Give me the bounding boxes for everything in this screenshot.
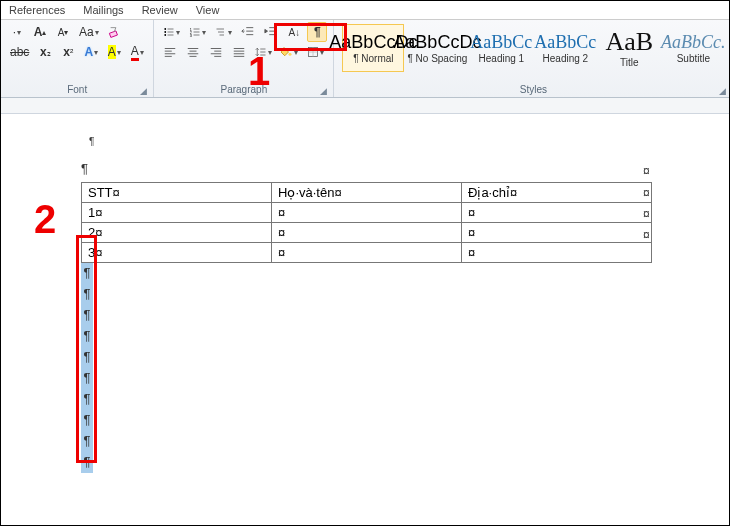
table-cell[interactable]: ¤ — [272, 243, 462, 263]
table-row[interactable]: 3¤ ¤ ¤ — [82, 243, 652, 263]
svg-rect-0 — [109, 31, 117, 38]
multilevel-icon — [215, 25, 227, 39]
tab-references[interactable]: References — [9, 4, 65, 16]
paragraph-mark: ¶ — [81, 284, 93, 305]
paragraph-mark: ¶ — [89, 136, 729, 147]
styles-gallery[interactable]: AaBbCcDc¶ Normal AaBbCcDc¶ No Spacing Aa… — [340, 22, 726, 74]
sort-button[interactable]: A↓ — [284, 22, 304, 42]
change-case-button[interactable]: Aa▾ — [76, 22, 102, 42]
table-row[interactable]: 1¤ ¤ ¤ — [82, 203, 652, 223]
subscript-button[interactable]: x₂ — [35, 42, 55, 62]
row-end-mark: ¤ — [643, 207, 650, 221]
strike-button[interactable]: abc — [7, 42, 32, 62]
borders-button[interactable]: ▾ — [304, 42, 327, 62]
borders-icon — [307, 45, 319, 59]
paragraph-mark: ¶ — [81, 410, 93, 431]
align-left-button[interactable] — [160, 42, 180, 62]
document-page[interactable]: ¶ ¶ STT¤ Họ·và·tên¤ Địa·chỉ¤ 1¤ ¤ ¤ 2¤ ¤… — [1, 114, 729, 524]
clear-format-button[interactable] — [105, 22, 125, 42]
paragraph-mark: ¶ — [81, 452, 93, 473]
table-row[interactable]: STT¤ Họ·và·tên¤ Địa·chỉ¤ — [82, 183, 652, 203]
bucket-icon — [281, 45, 293, 59]
paragraph-mark: ¶ — [81, 263, 93, 284]
tab-review[interactable]: Review — [142, 4, 178, 16]
eraser-icon — [108, 25, 122, 39]
numbering-icon: 123 — [189, 25, 201, 39]
outdent-button[interactable] — [238, 22, 258, 42]
svg-point-2 — [165, 31, 167, 33]
indent-icon — [264, 25, 278, 39]
table-cell[interactable]: Địa·chỉ¤ — [462, 183, 652, 203]
content-table[interactable]: STT¤ Họ·và·tên¤ Địa·chỉ¤ 1¤ ¤ ¤ 2¤ ¤ ¤ 3… — [81, 182, 652, 263]
table-cell[interactable]: 1¤ — [82, 203, 272, 223]
align-right-button[interactable] — [206, 42, 226, 62]
table-cell[interactable]: Họ·và·tên¤ — [272, 183, 462, 203]
bullets-button[interactable]: ▾ — [160, 22, 183, 42]
table-cell[interactable]: ¤ — [462, 243, 652, 263]
styles-dialog-launcher[interactable]: ◢ — [719, 86, 726, 96]
paragraph-mark: ¶ — [81, 368, 93, 389]
bullets-icon — [163, 25, 175, 39]
paragraph-mark: ¶ — [81, 389, 93, 410]
ribbon-tabs: References Mailings Review View — [1, 1, 729, 20]
svg-point-7 — [289, 53, 292, 56]
paragraph-mark: ¶ — [81, 326, 93, 347]
indent-button[interactable] — [261, 22, 281, 42]
svg-text:3: 3 — [190, 34, 192, 38]
styles-group-label: Styles — [520, 84, 547, 95]
text-effects-button[interactable]: A▾ — [81, 42, 101, 62]
table-cell[interactable]: ¤ — [272, 223, 462, 243]
shrink-font-button[interactable]: A▾ — [53, 22, 73, 42]
paragraph-dialog-launcher[interactable]: ◢ — [320, 86, 327, 96]
callout-number-2: 2 — [34, 197, 56, 242]
paragraph-mark: ¶ — [81, 305, 93, 326]
cut-placeholder[interactable]: ·▾ — [7, 22, 27, 42]
align-left-icon — [163, 45, 177, 59]
superscript-button[interactable]: x² — [58, 42, 78, 62]
justify-button[interactable] — [229, 42, 249, 62]
font-group-label: Font — [67, 84, 87, 95]
table-row[interactable]: 2¤ ¤ ¤ — [82, 223, 652, 243]
style-title[interactable]: AaBTitle — [598, 24, 660, 72]
font-dialog-launcher[interactable]: ◢ — [140, 86, 147, 96]
ribbon: ·▾ A▴ A▾ Aa▾ abc x₂ x² A▾ A▾ A▾ Font◢ ▾ … — [1, 20, 729, 98]
align-right-icon — [209, 45, 223, 59]
font-color-button[interactable]: A▾ — [127, 42, 147, 62]
align-center-button[interactable] — [183, 42, 203, 62]
table-cell[interactable]: ¤ — [462, 223, 652, 243]
align-center-icon — [186, 45, 200, 59]
tab-mailings[interactable]: Mailings — [83, 4, 123, 16]
justify-icon — [232, 45, 246, 59]
show-hide-button[interactable]: ¶ — [307, 22, 327, 42]
shading-button[interactable]: ▾ — [278, 42, 301, 62]
table-cell[interactable]: STT¤ — [82, 183, 272, 203]
outdent-icon — [241, 25, 255, 39]
tab-view[interactable]: View — [196, 4, 220, 16]
table-cell[interactable]: 2¤ — [82, 223, 272, 243]
selected-paragraphs[interactable]: ¶ ¶ ¶ ¶ ¶ ¶ ¶ ¶ ¶ ¶ — [81, 263, 93, 473]
grow-font-button[interactable]: A▴ — [30, 22, 50, 42]
table-cell[interactable]: 3¤ — [82, 243, 272, 263]
paragraph-mark: ¶ — [81, 347, 93, 368]
table-cell[interactable]: ¤ — [272, 203, 462, 223]
svg-point-1 — [165, 28, 167, 30]
numbering-button[interactable]: 123▾ — [186, 22, 209, 42]
multilevel-button[interactable]: ▾ — [212, 22, 235, 42]
paragraph-mark: ¶ — [81, 431, 93, 452]
svg-point-3 — [165, 34, 167, 36]
row-end-mark: ¤ — [643, 228, 650, 242]
style-heading2[interactable]: AaBbCcHeading 2 — [534, 24, 596, 72]
paragraph-mark: ¶ — [81, 161, 729, 176]
row-end-mark: ¤ — [643, 164, 650, 178]
style-no-spacing[interactable]: AaBbCcDc¶ No Spacing — [406, 24, 468, 72]
style-subtitle[interactable]: AaBbCc.Subtitle — [662, 24, 724, 72]
highlight-button[interactable]: A▾ — [104, 42, 124, 62]
callout-number-1: 1 — [248, 49, 270, 94]
ruler[interactable] — [1, 98, 729, 114]
row-end-mark: ¤ — [643, 186, 650, 200]
table-cell[interactable]: ¤ — [462, 203, 652, 223]
style-heading1[interactable]: AaBbCcHeading 1 — [470, 24, 532, 72]
